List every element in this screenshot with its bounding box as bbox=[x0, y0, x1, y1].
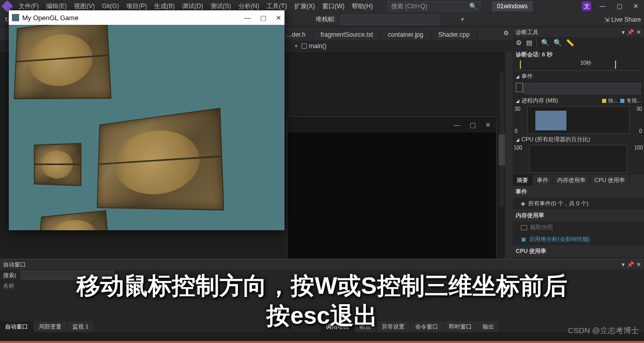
minimize-button[interactable]: — bbox=[597, 1, 608, 11]
diag-subtabs: 摘要 事件 内存使用率 CPU 使用率 bbox=[513, 175, 644, 186]
event-marker-icon bbox=[516, 83, 523, 92]
opengl-canvas[interactable] bbox=[9, 25, 284, 230]
diag-gear-icon[interactable]: ⚙ bbox=[516, 39, 522, 47]
snapshot-button[interactable]: 截取快照 bbox=[513, 221, 644, 233]
gl-close-button[interactable]: ✕ bbox=[276, 14, 281, 22]
maximize-button[interactable]: ▢ bbox=[614, 1, 624, 11]
opengl-titlebar[interactable]: My OpenGL Game — ▢ ✕ bbox=[9, 10, 284, 25]
menu-ext[interactable]: 扩展(X) bbox=[291, 1, 318, 12]
sum-cpu-header: CPU 使用率 bbox=[513, 245, 644, 257]
dtab-exceptions[interactable]: 异常设置 bbox=[377, 321, 410, 332]
search-label: 搜索( bbox=[3, 272, 17, 279]
camera-icon bbox=[521, 225, 527, 230]
zoom-out-icon[interactable]: 🔍 bbox=[553, 39, 562, 47]
thread-label: 堆栈帧: bbox=[316, 15, 336, 24]
subtab-memory[interactable]: 内存使用率 bbox=[553, 175, 590, 186]
share-icon: ⇲ bbox=[604, 16, 609, 23]
thread-combo[interactable] bbox=[341, 14, 439, 25]
cpu-graph[interactable] bbox=[529, 145, 627, 173]
nav-scope[interactable]: main() bbox=[302, 42, 326, 50]
app-statusbar bbox=[0, 341, 644, 343]
memory-graph[interactable] bbox=[527, 106, 630, 134]
live-share-button[interactable]: ⇲ Live Share bbox=[604, 16, 641, 23]
console-close-icon[interactable]: ✕ bbox=[485, 121, 491, 129]
event-bar[interactable] bbox=[523, 83, 641, 94]
dtab-command[interactable]: 命令窗口 bbox=[410, 321, 444, 332]
dtab-immediate[interactable]: 即时窗口 bbox=[444, 321, 477, 332]
crate-1 bbox=[14, 25, 112, 99]
bottom-close-icon[interactable]: ✕ bbox=[636, 261, 641, 268]
gl-maximize-button[interactable]: ▢ bbox=[260, 14, 266, 22]
gl-minimize-button[interactable]: — bbox=[244, 14, 251, 22]
col-name[interactable]: 名称 bbox=[3, 282, 14, 290]
tab-shader[interactable]: Shader.cpp bbox=[431, 29, 477, 40]
zoom-in-icon[interactable]: 🔍 bbox=[541, 39, 549, 47]
info-icon: ▣ bbox=[521, 236, 526, 243]
subtab-summary[interactable]: 摘要 bbox=[513, 175, 533, 186]
panel-dropdown-icon[interactable]: ▾ bbox=[622, 29, 625, 36]
close-button[interactable]: ✕ bbox=[631, 1, 641, 11]
sum-events-header: 事件 bbox=[513, 186, 644, 198]
scrollbar-thumb[interactable] bbox=[499, 135, 505, 166]
solution-name[interactable]: 01windows bbox=[492, 1, 533, 11]
menu-git[interactable]: Git(G) bbox=[99, 2, 122, 11]
search-icon: 🔍 bbox=[469, 3, 477, 10]
gear-icon[interactable]: ⚙ bbox=[502, 29, 510, 37]
bottom-panel: 自动窗口 ▾ 📌 ✕ 搜索( 名称 自动窗口 局部变量 监视 1 调用堆栈 断点… bbox=[0, 259, 644, 332]
subtab-events[interactable]: 事件 bbox=[533, 175, 553, 186]
autos-search-input[interactable] bbox=[21, 271, 114, 280]
cpu-header[interactable]: CPU (所有处理器的百分比) bbox=[521, 136, 590, 143]
tab-fragment[interactable]: fragmentSource.txt bbox=[313, 29, 381, 40]
tab-container[interactable]: container.jpg bbox=[381, 29, 431, 40]
diag-doc-icon[interactable]: ▤ bbox=[526, 39, 532, 47]
memory-header[interactable]: 进程内存 (MB) bbox=[521, 97, 558, 105]
bottom-dropdown-icon[interactable]: ▾ bbox=[622, 261, 625, 268]
diamond-icon: ◈ bbox=[521, 200, 525, 207]
console-titlebar: — ▢ ✕ bbox=[288, 117, 496, 132]
diag-title: 诊断工具 bbox=[516, 28, 538, 36]
dtab-callstack[interactable]: 调用堆栈 bbox=[321, 321, 354, 332]
console-min-icon[interactable]: — bbox=[454, 121, 460, 129]
console-max-icon[interactable]: ▢ bbox=[470, 121, 476, 129]
crate-3 bbox=[34, 143, 81, 186]
bottom-title: 自动窗口 bbox=[3, 261, 26, 269]
menu-window[interactable]: 窗口(W) bbox=[319, 1, 348, 12]
crate-2 bbox=[97, 108, 224, 211]
opengl-window[interactable]: My OpenGL Game — ▢ ✕ bbox=[9, 10, 284, 230]
bottom-pin-icon[interactable]: 📌 bbox=[627, 261, 634, 268]
menu-help[interactable]: 帮助(H) bbox=[349, 1, 376, 12]
ruler-icon[interactable]: 📏 bbox=[566, 39, 574, 47]
sum-mem-header: 内存使用率 bbox=[513, 210, 644, 221]
btab-autos[interactable]: 自动窗口 bbox=[0, 321, 34, 332]
language-badge-icon[interactable]: 文 bbox=[582, 2, 591, 11]
panel-pin-icon[interactable]: 📌 bbox=[627, 29, 634, 36]
crate-4 bbox=[38, 210, 110, 230]
sum-events-row[interactable]: ◈所有事件(0 个，共 0 个) bbox=[513, 198, 644, 210]
events-header[interactable]: 事件 bbox=[521, 72, 533, 80]
opengl-title: My OpenGL Game bbox=[22, 14, 79, 22]
global-search-input[interactable]: 搜索 (Ctrl+Q) 🔍 bbox=[387, 1, 481, 11]
diag-toolbar: ⚙ ▤ 🔍 🔍 📏 bbox=[513, 37, 644, 49]
session-label: 诊断会话: 6 秒 bbox=[513, 49, 644, 61]
dtab-output[interactable]: 输出 bbox=[477, 321, 500, 332]
subtab-cpu[interactable]: CPU 使用率 bbox=[590, 175, 630, 186]
btab-watch[interactable]: 监视 1 bbox=[67, 321, 94, 332]
dtab-breakpoints[interactable]: 断点 bbox=[354, 321, 377, 332]
enable-heap-link[interactable]: ▣启用堆分析(会影响性能) bbox=[513, 233, 644, 245]
search-placeholder: 搜索 (Ctrl+Q) bbox=[391, 2, 427, 11]
cube-icon bbox=[302, 43, 307, 49]
panel-close-icon[interactable]: ✕ bbox=[636, 29, 641, 36]
timeline[interactable]: 10秒 bbox=[516, 61, 641, 71]
timeline-10s: 10秒 bbox=[580, 59, 591, 67]
btab-locals[interactable]: 局部变量 bbox=[34, 321, 67, 332]
console-window[interactable]: — ▢ ✕ bbox=[287, 116, 497, 266]
chevron-down-icon[interactable]: ▼ bbox=[460, 17, 465, 22]
app-icon bbox=[12, 14, 19, 21]
nav-chevron-icon[interactable]: ▾ bbox=[295, 43, 297, 49]
